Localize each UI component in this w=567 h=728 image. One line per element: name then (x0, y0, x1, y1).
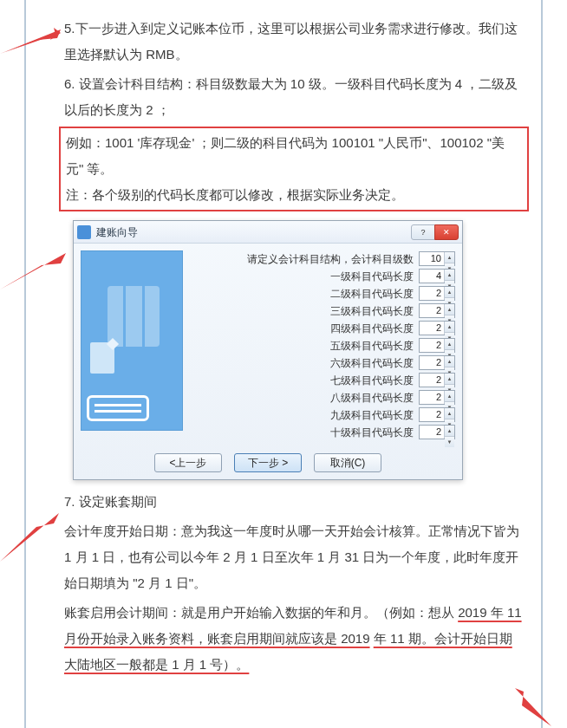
page-margin-left (24, 0, 26, 728)
level-form: 请定义会计科目结构，会计科目级数 10 ▲▼ 一级科目代码长度4▲▼ 二级科目代… (192, 250, 455, 441)
paragraph-step5: 5.下一步进入到定义记账本位币，这里可以根据公司业务需求进行修改。我们这里选择默… (64, 16, 524, 68)
svg-marker-3 (0, 513, 59, 562)
annotation-arrow (0, 28, 61, 54)
paragraph-step7-title: 7. 设定账套期间 (64, 489, 524, 515)
example-note-box: 例如：1001 '库存现金' ；则二级的科目代码为 100101 "人民币"、1… (59, 127, 529, 211)
paragraph-step6: 6. 设置会计科目结构：科目级数最大为 10 级。一级科目代码长度为 4 ，二级… (64, 71, 524, 123)
dialog-body: 请定义会计科目结构，会计科目级数 10 ▲▼ 一级科目代码长度4▲▼ 二级科目代… (74, 244, 462, 448)
example-text: 例如：1001 '库存现金' ；则二级的科目代码为 100101 "人民币"、1… (66, 130, 522, 182)
document-content: 5.下一步进入到定义记账本位币，这里可以根据公司业务需求进行修改。我们这里选择默… (64, 16, 524, 681)
paragraph-step7-a: 会计年度开始日期：意为我这一年度时从哪一天开始会计核算。正常情况下皆为 1 月 … (64, 518, 524, 596)
level-spinner[interactable]: 2▲▼ (419, 355, 455, 370)
dialog-titlebar: 建账向导 ? ✕ (74, 221, 462, 244)
level-spinner[interactable]: 2▲▼ (419, 321, 455, 335)
window-close-button[interactable]: ✕ (434, 224, 459, 240)
annotation-arrow (0, 511, 61, 563)
annotation-arrow (510, 685, 553, 728)
spinner-value: 10 (420, 252, 444, 265)
dialog-title: 建账向导 (96, 222, 412, 243)
level-spinner[interactable]: 4▲▼ (419, 269, 455, 283)
svg-marker-1 (0, 29, 61, 54)
form-header-row: 请定义会计科目结构，会计科目级数 10 ▲▼ (192, 250, 455, 267)
prev-button[interactable]: <上一步 (154, 453, 222, 472)
level-label: 十级科目代码长度 (330, 422, 414, 443)
wizard-illustration (81, 250, 183, 431)
dialog-button-row: <上一步 下一步 > 取消(C) (74, 448, 462, 479)
page-margin-right (541, 0, 543, 728)
window-button-group: ? ✕ (412, 224, 459, 240)
svg-marker-4 (515, 688, 551, 726)
level-count-spinner[interactable]: 10 ▲▼ (419, 251, 455, 266)
level-spinner[interactable]: 2▲▼ (419, 425, 455, 439)
paragraph-step7-b: 账套启用会计期间：就是用户开始输入数据的年和月。（例如：想从 2019 年 11… (64, 600, 524, 678)
p7b-prefix: 账套启用会计期间：就是用户开始输入数据的年和月。（例如：想从 (64, 605, 454, 620)
note-text: 注：各个级别的代码长度都可以修改，根据实际业务决定。 (66, 182, 522, 208)
next-button[interactable]: 下一步 > (234, 453, 302, 472)
level-spinner[interactable]: 2▲▼ (419, 373, 455, 387)
level-spinner[interactable]: 2▲▼ (419, 338, 455, 353)
window-help-button[interactable]: ? (411, 224, 435, 240)
annotation-arrow (0, 251, 68, 291)
cancel-button[interactable]: 取消(C) (314, 453, 381, 472)
app-icon (77, 225, 91, 239)
level-spinner[interactable]: 2▲▼ (419, 407, 455, 422)
level-spinner[interactable]: 2▲▼ (419, 303, 455, 318)
level-spinner[interactable]: 2▲▼ (419, 286, 455, 301)
wizard-dialog: 建账向导 ? ✕ 请定义会计科目结构，会计科目级数 10 ▲▼ (73, 220, 463, 480)
level-spinner[interactable]: 2▲▼ (419, 390, 455, 405)
svg-marker-2 (0, 253, 66, 289)
spinner-arrows[interactable]: ▲▼ (444, 252, 454, 265)
